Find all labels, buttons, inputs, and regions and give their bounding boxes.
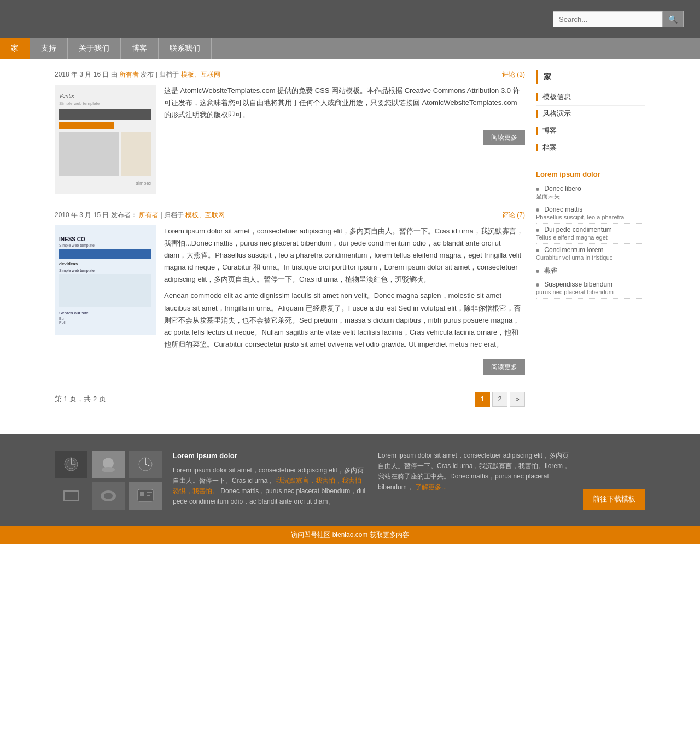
sidebar-item-style-demo[interactable]: 风格演示 [536, 106, 645, 122]
sidebar-menu: 模板信息 风格演示 博客 档案 [536, 89, 645, 156]
footer-inner: Lorem ipsum dolor Lorem ipsum dolor sit … [55, 451, 645, 510]
article-2-category[interactable]: 模板、互联网 [185, 211, 225, 219]
sidebar-recent-section: Lorem ipsum dolor Donec libero 显而未失 Done… [536, 170, 645, 299]
content: 2018 年 3 月 16 日 由 所有者 发布 | 归档于 模板、互联网 评论… [55, 70, 525, 423]
sidebar-home: 家 [536, 70, 645, 84]
sidebar-item-template-info[interactable]: 模板信息 [536, 89, 645, 106]
page-btn-1[interactable]: 1 [475, 392, 490, 407]
article-2-body: INESS CO Simple web template devideas Si… [55, 225, 525, 375]
article-2-paragraph-2: Aenean commodo elit ac ante dignissim ia… [164, 290, 525, 350]
article-1-paragraph: 这是 AtomicWebsiteTemplates.com 提供的免费 CSS … [164, 85, 525, 121]
article-1-body: Ventix Simple web template simpex 这是 Ato… [55, 85, 525, 194]
search-button[interactable]: 🔍 [662, 11, 684, 27]
footer-download-button[interactable]: 前往下载模板 [583, 489, 645, 510]
footer-images [55, 451, 162, 510]
page-btn-next[interactable]: » [510, 392, 525, 407]
footer-col1-text: Lorem ipsum dolor sit amet，consectetuer … [173, 465, 367, 507]
sidebar-recent-item-4[interactable]: 燕雀 [536, 264, 645, 278]
sidebar-item-blog[interactable]: 博客 [536, 122, 645, 139]
footer-thumb-3 [129, 451, 162, 478]
watermark: 访问凹号社区 bieniao.com 获取更多内容 [0, 526, 700, 544]
article-1: 2018 年 3 月 16 日 由 所有者 发布 | 归档于 模板、互联网 评论… [55, 70, 525, 194]
article-1-meta: 2018 年 3 月 16 日 由 所有者 发布 | 归档于 模板、互联网 评论… [55, 70, 525, 79]
svg-point-5 [102, 467, 115, 472]
sidebar-item-archive[interactable]: 档案 [536, 139, 645, 156]
article-1-image: Ventix Simple web template simpex [55, 85, 156, 194]
pagination-pages: 1 2 » [475, 392, 525, 407]
nav-item-support[interactable]: 支持 [30, 38, 68, 59]
svg-rect-15 [147, 492, 152, 493]
bullet-icon-1 [536, 208, 539, 212]
footer-img-row-1 [55, 451, 162, 478]
pagination-info: 第 1 页，共 2 页 [55, 394, 106, 404]
footer-thumb-4 [55, 482, 88, 510]
search-input[interactable] [553, 11, 662, 27]
svg-rect-16 [147, 495, 150, 496]
article-2-read-more[interactable]: 阅读更多 [483, 359, 525, 375]
nav-item-home[interactable]: 家 [0, 38, 30, 59]
footer-thumb-2 [92, 451, 125, 478]
article-2: 2010 年 3 月 15 日 发布者： 所有者 | 归档于 模板、互联网 评论… [55, 211, 525, 375]
article-1-preview: Ventix Simple web template simpex [55, 85, 156, 194]
sidebar-recent-list: Donec libero 显而未失 Donec mattis Phasellus… [536, 183, 645, 299]
sidebar-nav-section: 家 模板信息 风格演示 博客 档案 [536, 70, 645, 156]
search-icon: 🔍 [668, 15, 678, 24]
svg-point-12 [104, 493, 113, 499]
footer-thumb-1 [55, 451, 88, 478]
sidebar-recent-title: Lorem ipsum dolor [536, 170, 645, 178]
article-2-author[interactable]: 所有者 [139, 211, 159, 219]
bullet-icon-0 [536, 188, 539, 191]
article-1-category[interactable]: 模板、互联网 [181, 71, 220, 78]
nav-item-about[interactable]: 关于我们 [68, 38, 121, 59]
footer-col2-link[interactable]: 了解更多... [415, 483, 447, 491]
article-2-text: Lorem ipsum dolor sit amet，consectetuer … [164, 225, 525, 375]
main-wrapper: 2018 年 3 月 16 日 由 所有者 发布 | 归档于 模板、互联网 评论… [55, 59, 645, 434]
page-btn-2[interactable]: 2 [492, 392, 508, 407]
article-2-comments[interactable]: 评论 (7) [502, 211, 525, 220]
bullet-icon-2 [536, 229, 539, 232]
watermark-text: 访问凹号社区 bieniao.com 获取更多内容 [291, 531, 409, 539]
footer-col1: Lorem ipsum dolor Lorem ipsum dolor sit … [173, 451, 367, 507]
svg-rect-10 [65, 492, 78, 500]
footer-img-row-2 [55, 482, 162, 510]
nav: 家 支持 关于我们 博客 联系我们 [0, 38, 700, 59]
footer-thumb-6 [129, 482, 162, 510]
footer-col2-text: Lorem ipsum dolor sit amet，consectetuer … [378, 451, 572, 493]
sidebar-recent-item-1[interactable]: Donec mattis Phasellus suscipit, leo a p… [536, 203, 645, 224]
bullet-icon-3 [536, 249, 539, 252]
footer-col2: Lorem ipsum dolor sit amet，consectetuer … [378, 451, 572, 493]
footer-col1-title: Lorem ipsum dolor [173, 451, 367, 462]
nav-item-contact[interactable]: 联系我们 [159, 38, 212, 59]
sidebar-recent-item-2[interactable]: Dui pede condimentum Tellus eleifend mag… [536, 224, 645, 244]
article-2-paragraph-1: Lorem ipsum dolor sit amet，consectetuer … [164, 225, 525, 285]
nav-item-blog[interactable]: 博客 [121, 38, 159, 59]
search-bar: 🔍 [553, 11, 684, 27]
article-1-comments[interactable]: 评论 (3) [502, 70, 525, 79]
svg-rect-14 [140, 492, 144, 496]
sidebar-recent-item-0[interactable]: Donec libero 显而未失 [536, 183, 645, 203]
footer-thumb-5 [92, 482, 125, 510]
pagination: 第 1 页，共 2 页 1 2 » [55, 392, 525, 407]
header: 🔍 [0, 0, 700, 38]
article-2-preview: INESS CO Simple web template devideas Si… [55, 225, 156, 335]
article-1-author[interactable]: 所有者 [119, 71, 139, 78]
footer: Lorem ipsum dolor Lorem ipsum dolor sit … [0, 434, 700, 526]
article-2-image: INESS CO Simple web template devideas Si… [55, 225, 156, 335]
bullet-icon-4 [536, 270, 539, 273]
article-1-text: 这是 AtomicWebsiteTemplates.com 提供的免费 CSS … [164, 85, 525, 194]
sidebar: 家 模板信息 风格演示 博客 档案 Lorem ipsum dolor Done… [536, 70, 645, 423]
article-2-meta: 2010 年 3 月 15 日 发布者： 所有者 | 归档于 模板、互联网 评论… [55, 211, 525, 220]
sidebar-recent-item-5[interactable]: Suspendisse bibendum purus nec placerat … [536, 278, 645, 299]
article-2-date: 2010 年 3 月 15 日 发布者： 所有者 | 归档于 模板、互联网 [55, 211, 225, 220]
article-1-date: 2018 年 3 月 16 日 由 所有者 发布 | 归档于 模板、互联网 [55, 70, 220, 79]
bullet-icon-5 [536, 283, 539, 287]
sidebar-recent-item-3[interactable]: Condimentum lorem Curabitur vel urna in … [536, 244, 645, 264]
article-1-read-more[interactable]: 阅读更多 [483, 130, 525, 145]
